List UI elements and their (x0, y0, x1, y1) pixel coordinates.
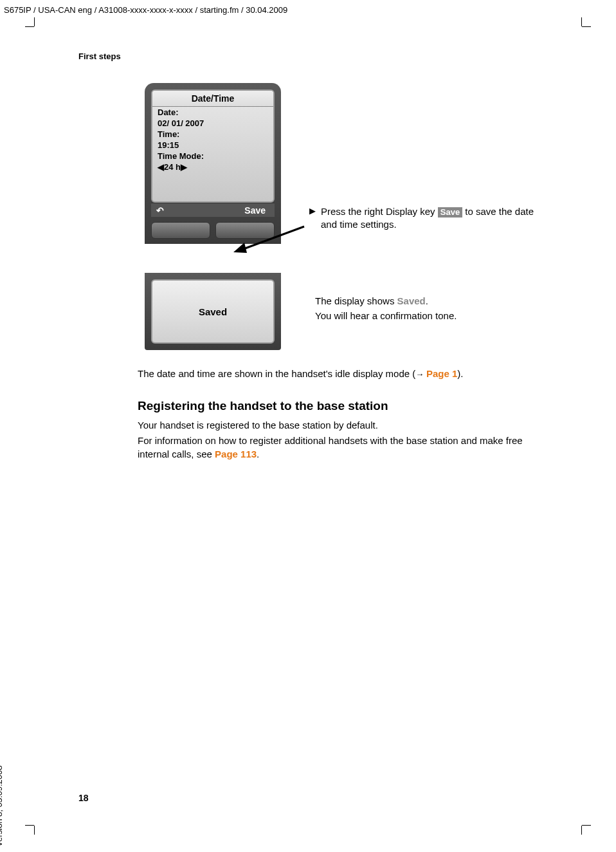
registered-default-text: Your handset is registered to the base s… (138, 418, 530, 432)
softkey-bar: ↶ Save (151, 203, 275, 217)
instr-text: You will hear a confirmation tone. (315, 309, 547, 324)
right-hw-button (215, 222, 275, 239)
phone-illustration-saved: Saved (145, 273, 281, 350)
body-text: For information on how to register addit… (138, 435, 523, 459)
body-text: ). (457, 368, 463, 379)
crop-mark (25, 26, 34, 27)
instruction-save: ▶ Press the right Display key Save to sa… (309, 205, 541, 232)
version-text: Version 8, 03.09.2008 (0, 766, 4, 847)
section-title: First steps (78, 51, 121, 61)
instr-text: Press the right Display key (321, 206, 438, 217)
mode-arrow-right-icon: ▶ (181, 162, 187, 172)
body-text: The date and time are shown in the hands… (138, 368, 415, 379)
saved-bold: Saved (397, 295, 426, 306)
doc-header: S675IP / USA-CAN eng / A31008-xxxx-xxxx-… (4, 5, 287, 15)
date-label: Date: (152, 107, 273, 118)
mode-text: 24 h (164, 162, 181, 172)
crop-mark (581, 17, 582, 26)
mode-value: ◀24 h▶ (152, 162, 273, 172)
crop-mark (34, 17, 35, 26)
time-label: Time: (152, 129, 273, 140)
instruction-confirmation: The display shows Saved. You will hear a… (315, 294, 547, 323)
screen-title: Date/Time (152, 91, 273, 107)
page-number: 18 (78, 793, 89, 803)
softkey-back-icon: ↶ (151, 205, 211, 216)
crop-mark (581, 826, 582, 835)
arrow-icon: → (415, 369, 426, 379)
softkey-save: Save (211, 205, 275, 216)
instr-text: The display shows (315, 295, 397, 306)
body-text: . (257, 449, 259, 459)
left-hw-button (151, 222, 210, 239)
crop-mark (25, 825, 34, 826)
page-link-113: Page 113 (215, 449, 257, 459)
save-key-label: Save (438, 207, 462, 218)
date-value: 02/ 01/ 2007 (152, 118, 273, 129)
page-link-1: Page 1 (426, 368, 457, 379)
crop-mark (34, 826, 35, 835)
saved-screen: Saved (151, 279, 275, 344)
crop-mark (582, 825, 591, 826)
bullet-icon: ▶ (309, 205, 316, 232)
instr-text: . (426, 295, 428, 306)
additional-handsets-text: For information on how to register addit… (138, 434, 530, 461)
time-value: 19:15 (152, 140, 273, 151)
mode-label: Time Mode: (152, 151, 273, 162)
phone-screen: Date/Time Date: 02/ 01/ 2007 Time: 19:15… (151, 89, 275, 203)
mode-arrow-left-icon: ◀ (158, 162, 164, 172)
registering-heading: Registering the handset to the base stat… (138, 399, 388, 413)
saved-text: Saved (199, 306, 227, 317)
phone-illustration-datetime: Date/Time Date: 02/ 01/ 2007 Time: 19:15… (145, 83, 281, 244)
idle-display-note: The date and time are shown in the hands… (138, 367, 530, 380)
crop-mark (582, 26, 591, 27)
svg-marker-1 (233, 243, 247, 253)
